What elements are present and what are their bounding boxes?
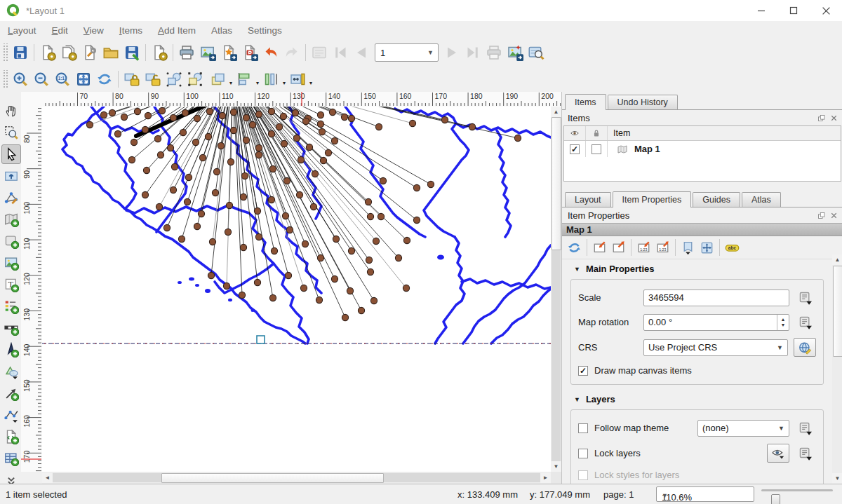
rotation-data-defined-button[interactable]	[795, 313, 816, 331]
atlas-settings-button[interactable]	[526, 42, 547, 63]
pan-tool-button[interactable]	[1, 101, 21, 121]
map-rotation-spinbox[interactable]: 0.00 ° ▲▼	[643, 314, 789, 331]
zoom-in-button[interactable]	[10, 69, 31, 90]
atlas-feature-combo[interactable]: 1▼	[375, 43, 439, 62]
ungroup-items-button[interactable]	[185, 69, 206, 90]
menu-add-item[interactable]: Add Item	[150, 22, 203, 39]
tab-item-properties[interactable]: Item Properties	[613, 191, 692, 207]
canvas-horizontal-scrollbar[interactable]: ◄ ►	[42, 472, 551, 484]
panel-scrollbar[interactable]: ▲ ▼	[832, 254, 842, 484]
zoom-slider[interactable]	[761, 489, 833, 491]
open-folder-button[interactable]	[100, 42, 121, 63]
add-legend-button[interactable]	[1, 297, 21, 316]
add-3d-map-button[interactable]	[1, 231, 21, 251]
crs-combobox[interactable]: Use Project CRS ▼	[643, 339, 788, 356]
add-attribute-table-button[interactable]	[1, 449, 21, 468]
float-panel-icon[interactable]	[817, 211, 826, 220]
zoom-actual-button[interactable]: 1:1	[52, 69, 73, 90]
undo-button[interactable]	[260, 42, 281, 63]
menu-items[interactable]: Items	[112, 22, 150, 39]
menu-layout[interactable]: Layout	[0, 22, 44, 39]
add-items-from-template-button[interactable]	[149, 42, 170, 63]
close-button[interactable]	[810, 0, 842, 21]
resize-items-button[interactable]: ▾	[286, 69, 312, 90]
items-list-row-map1[interactable]: ✓ Map 1	[564, 141, 841, 157]
tab-atlas[interactable]: Atlas	[742, 192, 781, 207]
toolbar-grip[interactable]	[2, 43, 8, 62]
hscroll-thumb[interactable]	[161, 473, 384, 483]
tab-guides[interactable]: Guides	[693, 192, 740, 207]
export-atlas-button[interactable]	[504, 42, 526, 63]
zoom-slider-handle[interactable]	[771, 494, 780, 504]
raise-items-button[interactable]: ▾	[206, 69, 232, 90]
duplicate-layout-button[interactable]	[58, 42, 79, 63]
save-as-template-button[interactable]	[121, 42, 142, 63]
align-items-button[interactable]: ▾	[232, 69, 259, 90]
toolbar-grip[interactable]	[2, 70, 8, 88]
layers-section-header[interactable]: ▼ Layers	[574, 394, 832, 404]
menu-view[interactable]: View	[76, 22, 112, 39]
add-arrow-button[interactable]	[1, 383, 21, 403]
menu-atlas[interactable]: Atlas	[203, 22, 240, 39]
draw-map-canvas-items-checkbox[interactable]: ✓	[578, 366, 588, 376]
export-as-svg-button[interactable]	[218, 42, 239, 63]
lock-layers-data-defined-button[interactable]	[795, 444, 816, 462]
panel-scroll-thumb[interactable]	[833, 266, 842, 357]
refresh-view-button[interactable]	[94, 69, 115, 90]
zoom-tool-button[interactable]	[1, 123, 21, 142]
minimize-button[interactable]	[745, 0, 777, 21]
map1-visibility-checkbox[interactable]: ✓	[570, 144, 580, 154]
add-scalebar-button[interactable]	[1, 318, 21, 338]
scroll-down-icon[interactable]: ▼	[551, 461, 561, 472]
distribute-items-button[interactable]: ▾	[259, 69, 286, 90]
close-panel-icon[interactable]	[829, 114, 838, 123]
select-move-item-tool-button[interactable]	[1, 144, 21, 164]
float-panel-icon[interactable]	[817, 114, 826, 123]
tab-undo-history[interactable]: Undo History	[608, 95, 678, 109]
move-item-content-tool-button[interactable]	[1, 166, 21, 186]
lock-layers-checkbox[interactable]	[578, 449, 588, 458]
scale-data-defined-button[interactable]	[795, 289, 816, 306]
canvas-vertical-scrollbar[interactable]: ▲ ▼	[551, 107, 561, 472]
main-properties-section-header[interactable]: ▼ Main Properties	[574, 264, 832, 274]
scroll-down-icon[interactable]: ▼	[832, 473, 842, 484]
map-selection-handle[interactable]	[257, 336, 265, 343]
group-items-button[interactable]	[163, 69, 185, 90]
visible-layers-button[interactable]	[767, 444, 789, 463]
add-node-item-button[interactable]	[1, 405, 21, 425]
print-layout-button[interactable]	[176, 42, 197, 63]
add-label-button[interactable]: T	[1, 275, 21, 294]
scroll-right-icon[interactable]: ►	[540, 472, 551, 483]
add-north-arrow-button[interactable]	[1, 340, 21, 360]
layout-canvas[interactable]	[42, 107, 551, 472]
scroll-up-icon[interactable]: ▲	[551, 107, 561, 117]
add-map-button[interactable]	[1, 210, 21, 229]
menu-edit[interactable]: Edit	[44, 22, 76, 39]
export-as-pdf-button[interactable]	[239, 42, 260, 63]
save-project-button[interactable]	[10, 42, 31, 63]
add-html-button[interactable]	[1, 427, 21, 447]
layout-manager-button[interactable]	[79, 42, 100, 63]
new-layout-button[interactable]	[37, 42, 58, 63]
zoom-full-button[interactable]	[73, 69, 94, 90]
tab-items[interactable]: Items	[565, 94, 606, 110]
zoom-out-button[interactable]	[31, 69, 52, 90]
export-as-image-button[interactable]	[197, 42, 218, 63]
vscroll-thumb[interactable]	[552, 117, 561, 250]
select-crs-button[interactable]	[794, 338, 816, 357]
close-panel-icon[interactable]	[829, 211, 838, 220]
lock-items-button[interactable]	[121, 69, 142, 90]
theme-data-defined-button[interactable]	[795, 419, 816, 437]
menu-settings[interactable]: Settings	[240, 22, 290, 39]
scroll-left-icon[interactable]: ◄	[42, 472, 53, 483]
scale-input[interactable]: 3465594	[643, 290, 789, 306]
maximize-button[interactable]	[777, 0, 810, 21]
edit-nodes-tool-button[interactable]	[1, 188, 21, 207]
add-shape-button[interactable]	[1, 362, 21, 381]
spin-arrows-icon[interactable]: ▲▼	[777, 315, 789, 330]
map-item[interactable]	[42, 107, 551, 472]
map1-lock-checkbox[interactable]	[592, 144, 601, 154]
scroll-up-icon[interactable]: ▲	[832, 254, 842, 265]
zoom-level-combobox[interactable]: 110.6% ▼	[656, 486, 754, 502]
tab-layout[interactable]: Layout	[565, 192, 611, 207]
